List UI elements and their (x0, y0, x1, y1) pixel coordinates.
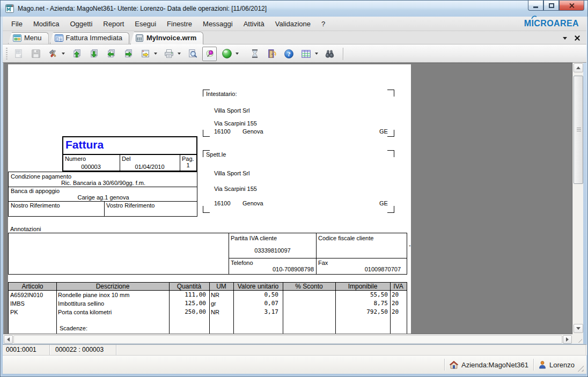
menu-report[interactable]: Report (98, 18, 129, 30)
menu-esegui[interactable]: Esegui (129, 18, 161, 30)
grid-dropdown-icon[interactable] (315, 53, 318, 55)
next-page-button[interactable] (121, 47, 135, 61)
zoom-button[interactable] (185, 47, 200, 61)
annotazioni-box: Partita IVA cliente 03339810097 Codice f… (8, 233, 407, 275)
goto-page-dropdown-icon[interactable] (154, 53, 157, 55)
table-row: IMBS Imbottitura sellino 125,00 gr 0,07 … (9, 299, 407, 308)
last-page-button[interactable] (86, 47, 101, 61)
partita-iva-label: Partita IVA cliente (231, 235, 277, 242)
previous-page-icon (106, 49, 116, 58)
tab-close-icon[interactable] (575, 35, 580, 41)
intestatario-cap: 16100 (214, 128, 231, 135)
table-row: A6592IN010 Rondelle piane inox 10 mm 111… (9, 291, 407, 299)
scroll-right-button[interactable] (563, 335, 572, 344)
menu-modifica[interactable]: Modifica (28, 18, 64, 30)
last-page-icon (89, 49, 99, 58)
print-button[interactable] (161, 47, 176, 61)
tab-list-dropdown-icon[interactable] (563, 37, 567, 40)
menu-attivita[interactable]: Attività (238, 18, 270, 30)
cell-um: NR (209, 291, 233, 299)
resize-grip[interactable] (577, 365, 584, 372)
save-report-button[interactable] (28, 47, 43, 61)
document-header-row: Numero 000003 Del 01/04/2010 Pag. 1 (63, 154, 196, 171)
print-dropdown-icon[interactable] (178, 53, 181, 55)
print-preview-button[interactable] (11, 47, 26, 61)
col-descrizione: Descrizione (56, 283, 169, 290)
scrollbar-corner[interactable] (572, 334, 583, 344)
cell-iva: 20 (390, 308, 407, 316)
hourglass-icon (250, 49, 260, 58)
minimize-button[interactable] (528, 1, 543, 11)
annotazioni-label: Annotazioni (10, 226, 41, 233)
menu-validazione[interactable]: Validazione (270, 18, 316, 30)
table-row: PK Porta conta kilometri 250,00 NR 3,17 … (9, 308, 407, 316)
tools-button[interactable] (46, 47, 60, 61)
tools-dropdown-icon[interactable] (62, 53, 65, 55)
col-iva: IVA (390, 283, 407, 290)
numero-label: Numero (65, 156, 86, 162)
horizontal-scroll-thumb[interactable] (13, 335, 562, 344)
record-position-cell: 0001:0001 (3, 345, 50, 355)
del-value: 01/04/2010 (120, 164, 180, 171)
scroll-up-button[interactable] (574, 63, 583, 72)
cell-valore: 0,50 (233, 291, 283, 299)
menu-help[interactable]: ? (316, 18, 330, 30)
spettle-city: Genova (242, 200, 263, 207)
menubar: File Modifica Oggetti Report Esegui Fine… (3, 17, 586, 31)
col-articolo: Articolo (9, 283, 56, 290)
menu-messaggi[interactable]: Messaggi (197, 18, 238, 30)
cell-quantita: 250,00 (169, 308, 209, 316)
payment-box: Condizione pagamento Ric. Bancaria a 30/… (8, 172, 197, 217)
pin-button[interactable] (202, 47, 217, 61)
menu-finestre[interactable]: Finestre (161, 18, 197, 30)
horizontal-scrollbar[interactable] (3, 334, 572, 344)
vostro-riferimento-label: Vostro Riferimento (106, 202, 155, 209)
goto-page-button[interactable] (138, 47, 152, 61)
margin-tick: - (409, 242, 411, 249)
toolbar-grip[interactable] (6, 48, 8, 60)
svg-text:?: ? (287, 50, 290, 57)
help-button[interactable]: ? (282, 47, 296, 61)
cell-descrizione: Rondelle piane inox 10 mm (56, 291, 169, 299)
window-title: Mago.net - Azienda: MagoNet361- Utente: … (18, 5, 267, 12)
close-report-button[interactable] (264, 47, 279, 61)
cell-quantita: 125,00 (169, 299, 209, 308)
col-imponibile: Imponibile (335, 283, 390, 290)
grid-layout-button[interactable] (299, 47, 313, 61)
arrow-right-icon (566, 337, 569, 342)
scroll-left-button[interactable] (4, 335, 13, 344)
col-valore-unitario: Valore unitario (233, 283, 283, 290)
items-table: Articolo Descrizione Quantità UM Valore … (8, 282, 407, 334)
cell-articolo: PK (9, 308, 56, 316)
wait-hourglass-button[interactable] (247, 47, 262, 61)
statusbar-separator (444, 359, 445, 371)
cell-imponibile: 792,50 (335, 308, 390, 316)
address-corner-mark (387, 150, 394, 157)
run-dropdown-icon[interactable] (236, 53, 239, 55)
tab-myinvoice[interactable]: MyInvoice.wrm (130, 32, 203, 45)
vertical-scrollbar[interactable] (572, 63, 583, 334)
record-status-bar: 0001:0001 000022 : 000003 (3, 344, 586, 355)
run-button[interactable] (219, 47, 234, 61)
user-status-item[interactable]: Lorenzo (539, 361, 575, 369)
menu-file[interactable]: File (6, 18, 28, 30)
menu-oggetti[interactable]: Oggetti (64, 18, 98, 30)
vertical-scroll-thumb[interactable] (574, 76, 583, 184)
previous-page-button[interactable] (104, 47, 118, 61)
cell-descrizione: Porta conta kilometri (56, 308, 169, 316)
azienda-status-item[interactable]: Azienda:MagoNet361 (450, 361, 528, 369)
spettle-label: Spett.le (206, 151, 226, 158)
maximize-button[interactable] (543, 1, 559, 11)
scroll-down-button[interactable] (574, 324, 583, 333)
app-window: Mago.net - Azienda: MagoNet361- Utente: … (0, 0, 588, 377)
close-button[interactable] (559, 1, 584, 11)
cell-iva: 20 (390, 291, 407, 299)
intestatario-label: Intestatario: (206, 91, 237, 98)
cell-um: NR (209, 308, 233, 316)
find-button[interactable] (322, 47, 337, 61)
spettle-prov: GE (379, 200, 388, 207)
first-page-button[interactable] (69, 47, 84, 61)
intestatario-prov: GE (379, 128, 388, 135)
tab-menu[interactable]: Menu (8, 32, 49, 44)
tab-fattura-immediata[interactable]: Fattura Immediata (50, 32, 130, 44)
